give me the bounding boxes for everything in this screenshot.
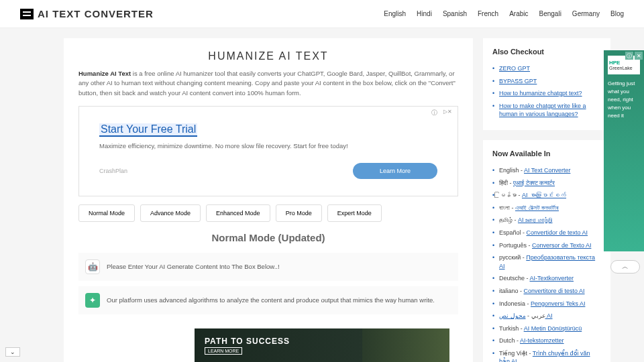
language-link[interactable]: محول نص AI (499, 312, 553, 319)
ad-learn-more-button[interactable]: Learn More (353, 163, 437, 179)
list-item: Indonesia - Pengonversi Teks AI (492, 298, 601, 310)
ad-info-icon[interactable]: ⓘ (625, 52, 633, 60)
language-link[interactable]: Pengonversi Teks AI (531, 300, 585, 307)
language-link[interactable]: AI-tekstomzetter (520, 337, 564, 344)
checkout-link[interactable]: BYPASS GPT (499, 78, 537, 84)
language-link[interactable]: AI စာသားပြောင်းစက် (522, 192, 566, 198)
mode-button[interactable]: Expert Mode (327, 204, 382, 222)
nav-link[interactable]: Germany (572, 10, 600, 17)
mode-heading: Normal Mode (Updated) (78, 232, 458, 243)
list-item: Dutch - AI-tekstomzetter (492, 335, 601, 347)
language-link[interactable]: Convertitore di testo AI (524, 288, 585, 294)
language-link[interactable]: Преобразователь текста AI (499, 254, 595, 269)
ad-close-icon[interactable]: ⓘ (431, 109, 437, 117)
side-ad-text: Getting just what you need, right when y… (608, 80, 640, 120)
robot-icon: 🤖 (85, 259, 100, 274)
main-content: HUMANIZE AI TEXT Humanize AI Text is a f… (64, 38, 473, 362)
list-item: Español - Convertidor de texto AI (492, 227, 601, 239)
language-link[interactable]: Conversor de Texto AI (532, 242, 591, 249)
list-item: বাংলা - এআই টেক্সট কনভার্টার (492, 202, 601, 215)
language-link[interactable]: Convertidor de texto AI (527, 229, 588, 236)
nav-link[interactable]: Hindi (417, 10, 432, 17)
ad-dismiss-icon[interactable]: ▷✕ (443, 109, 452, 115)
available-card: Now Available In English - AI Text Conve… (483, 140, 610, 362)
checkout-link[interactable]: How to humanize chatgpt text? (499, 90, 582, 97)
logo-icon (20, 9, 34, 19)
list-item: ZERO GPT (492, 62, 601, 75)
list-item: Turkish - AI Metin Dönüştürücü (492, 322, 601, 335)
check-icon: ✦ (85, 293, 100, 308)
checkout-card: Also Checkout ZERO GPTBYPASS GPTHow to h… (483, 38, 610, 130)
list-item: हिंदी - एआई टेक्स्ट कन्वर्टर (492, 177, 601, 190)
side-banner-ad[interactable]: ⓘ ✕ HPEGreenLake Getting just what you n… (604, 50, 644, 251)
list-item: English - AI Text Converter (492, 164, 601, 177)
nav-link[interactable]: Bengali (539, 10, 561, 17)
list-item: Tiếng Việt - Trình chuyển đổi văn bản AI (492, 347, 601, 362)
language-link[interactable]: AI Text Converter (524, 167, 570, 174)
ad-description: Maximize efficiency, minimize downtime. … (99, 142, 437, 149)
top-nav: EnglishHindiSpanishFrenchArabicBengaliGe… (384, 10, 624, 17)
language-link[interactable]: AI உரை மாற்றி (518, 217, 553, 223)
corner-collapse-icon[interactable]: ⌄ (5, 347, 20, 357)
bottom-ad-title: PATH TO SUCCESS (205, 337, 290, 346)
mode-tabs: Normal ModeAdvance ModeEnhanced ModePro … (78, 204, 458, 222)
page-title: HUMANIZE AI TEXT (78, 50, 458, 62)
ad-brand: CrashPlan (99, 168, 127, 174)
language-link[interactable]: এআই টেক্সট কনভার্টার (515, 204, 559, 211)
nav-link[interactable]: French (478, 10, 498, 17)
checkout-link[interactable]: How to make chatgpt write like a human i… (499, 103, 586, 118)
list-item: italiano - Convertitore di testo AI (492, 285, 601, 298)
available-list: English - AI Text Converterहिंदी - एआई ट… (492, 164, 601, 362)
list-item: Deutsche - AI-Textkonverter (492, 272, 601, 285)
bottom-ad-cta[interactable]: LEARN MORE (205, 347, 242, 355)
list-item: မြန်မာ - AI စာသားပြောင်းစက် (492, 189, 601, 202)
nav-link[interactable]: Blog (610, 10, 624, 17)
list-item: How to make chatgpt write like a human i… (492, 100, 601, 121)
checkout-link[interactable]: ZERO GPT (499, 65, 530, 72)
scroll-top-button[interactable]: ︿ (610, 260, 640, 274)
mode-button[interactable]: Advance Mode (140, 204, 201, 222)
checkout-list: ZERO GPTBYPASS GPTHow to humanize chatgp… (492, 62, 601, 121)
language-link[interactable]: एआई टेक्स्ट कन्वर्टर (513, 180, 555, 186)
instruction-row: 🤖 Please Enter Your AI Generate Content … (78, 253, 458, 281)
list-item: தமிழ் - AI உரை மாற்றி (492, 214, 601, 227)
language-link[interactable]: AI Metin Dönüştürücü (524, 325, 582, 332)
nav-link[interactable]: Spanish (443, 10, 467, 17)
checkout-title: Also Checkout (492, 48, 601, 56)
nav-link[interactable]: English (384, 10, 406, 17)
info-row: ✦ Our platform uses advanced algorithms … (78, 286, 458, 314)
list-item: How to humanize chatgpt text? (492, 87, 601, 100)
bottom-ad-image (362, 328, 449, 362)
list-item: عربي - محول نص AI (492, 310, 601, 322)
bottom-banner-ad[interactable]: PATH TO SUCCESS LEARN MORE (195, 328, 449, 362)
list-item: Português - Conversor de Texto AI (492, 239, 601, 252)
logo-text: AI TEXT CONVERTER (38, 8, 154, 19)
header: AI TEXT CONVERTER EnglishHindiSpanishFre… (0, 0, 644, 28)
description: Humanize AI Text is a free online AI hum… (78, 69, 458, 98)
language-link[interactable]: AI-Textkonverter (530, 275, 574, 282)
nav-link[interactable]: Arabic (509, 10, 528, 17)
list-item: русский - Преобразователь текста AI (492, 251, 601, 272)
mode-button[interactable]: Enhanced Mode (206, 204, 270, 222)
language-link[interactable]: Trình chuyển đổi văn bản AI (499, 350, 590, 362)
ad-close-icon[interactable]: ✕ (635, 52, 643, 60)
available-title: Now Available In (492, 149, 601, 158)
sidebar: Also Checkout ZERO GPTBYPASS GPTHow to h… (483, 38, 610, 362)
inline-ad: ⓘ ▷✕ Start Your Free Trial Maximize effi… (78, 106, 458, 196)
list-item: BYPASS GPT (492, 75, 601, 88)
ad-title[interactable]: Start Your Free Trial (99, 123, 197, 137)
mode-button[interactable]: Normal Mode (78, 204, 135, 222)
logo[interactable]: AI TEXT CONVERTER (20, 8, 154, 19)
mode-button[interactable]: Pro Mode (276, 204, 322, 222)
